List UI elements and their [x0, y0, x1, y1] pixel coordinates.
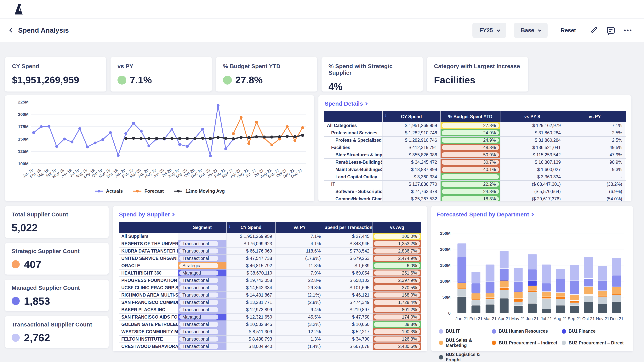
reset-button[interactable]: Reset — [561, 27, 576, 33]
table-row[interactable]: All Suppliers$ 1,951,269,9597.1%$ 27,445… — [119, 233, 421, 240]
count-value: 1,853 — [12, 295, 102, 307]
table-row[interactable]: Profess & Specialized Svcs$ 1,282,910,74… — [324, 137, 626, 144]
back-icon[interactable] — [10, 28, 14, 33]
spend-details-link[interactable]: Spend Details — [324, 100, 626, 107]
table-row[interactable]: SAN FRANCISCO AIDS FOU...Managed$ 12,321… — [119, 314, 421, 321]
edit-pencil-icon[interactable] — [589, 26, 598, 35]
table-row[interactable]: Facilities$ 412,319,79148.8%$ 136,521,04… — [324, 144, 626, 151]
spend-by-supplier-table: Segment↓CY Spendvs PYSpend per Transacti… — [119, 222, 421, 350]
legend-item[interactable]: BU1 Human Resources — [492, 329, 562, 334]
kpi-card[interactable]: vs PY7.1% — [110, 57, 212, 91]
svg-text:Dec 21: Dec 21 — [610, 316, 624, 321]
legend-item[interactable]: BU1 Sales & Marketing — [439, 338, 492, 348]
legend-marker-icon — [439, 329, 443, 334]
table-row[interactable]: Maint Svcs-Building&Struct...$ 18,887,89… — [324, 166, 626, 173]
column-header[interactable]: vs PY $ — [500, 111, 564, 122]
forecast-stacked-bar-chart[interactable]: 050M100M150M200M250MJan 21Feb 21Mar 21Ap… — [436, 222, 626, 324]
legend-item[interactable]: 12mo Moving Avg — [174, 188, 225, 194]
kpi-pill: 24.9% — [440, 137, 500, 144]
chevron-down-icon — [496, 28, 500, 32]
table-row[interactable]: PROGRESS FOUNDATIONTransactional$ 19,743… — [119, 277, 421, 284]
table-row[interactable]: WESTSIDE COMMUNITY ME...Transactional$ 8… — [119, 328, 421, 336]
kpi-card[interactable]: CY Spend$1,951,269,959 — [5, 57, 106, 91]
period-selector[interactable]: FY25 — [472, 23, 506, 38]
segment-pill-label: Transactional — [179, 337, 218, 342]
sort-desc-icon[interactable]: ↓ — [384, 112, 387, 118]
kpi-value-text: 4% — [328, 81, 342, 92]
column-header-empty[interactable] — [324, 111, 382, 122]
table-row[interactable]: CRESTWOOD BEHAVIORAL ...Transactional$ 8… — [119, 343, 421, 350]
status-dot — [118, 76, 126, 84]
comment-icon[interactable] — [606, 26, 616, 35]
supplier-count-card[interactable]: Managed Supplier Count1,853 — [5, 280, 108, 311]
kpi-card[interactable]: Category with Largest IncreaseFacilities — [427, 57, 528, 91]
table-row[interactable]: UNITED SERVICE ORGANIZA...Transactional$… — [119, 255, 421, 262]
table-row[interactable]: REGENTS OF THE UNIVERSI...Transactional$… — [119, 240, 421, 248]
table-row[interactable]: IT$ 127,836,77022.2%($ 63,447,301)(33.2%… — [324, 181, 626, 188]
column-header[interactable]: Spend per Transaction — [324, 222, 372, 233]
table-row[interactable]: FELTON INSTITUTETransactional$ 8,488,793… — [119, 336, 421, 343]
supplier-count-card[interactable]: Strategic Supplier Count407 — [5, 243, 108, 275]
sort-desc-icon[interactable]: ↓ — [228, 223, 231, 229]
legend-item[interactable]: BU1 IT — [439, 329, 492, 334]
table-row[interactable]: Software - Subscription$ 74,763,37824.3%… — [324, 188, 626, 195]
column-header[interactable]: % Budget Spent YTD — [440, 111, 500, 122]
table-row[interactable]: Professional Services$ 1,282,910,74624.9… — [324, 129, 626, 137]
segment-pill-label: Transactional — [179, 241, 218, 246]
column-header[interactable]: vs PY — [564, 111, 625, 122]
table-row[interactable]: KUBRA DATA TRANSFER LTDTransactional$ 66… — [119, 248, 421, 255]
table-row[interactable]: All Categories$ 1,951,269,95927.8%$ 129,… — [324, 122, 626, 129]
column-header[interactable]: vs Avg — [372, 222, 421, 233]
table-row[interactable]: Rent&Lease-Building&Struc...$ 34,245,472… — [324, 159, 626, 166]
column-header-empty[interactable] — [119, 222, 178, 233]
supplier-name-cell: GOLDEN GATE PETROLEUM — [119, 321, 178, 328]
column-header[interactable]: ↓CY Spend — [226, 222, 275, 233]
count-label: Total Supplier Count — [12, 211, 102, 218]
svg-text:Apr 21: Apr 21 — [498, 316, 510, 321]
table-row[interactable]: Comms/Network Charges$ 25,267,53218.3%($… — [324, 195, 626, 201]
table-row[interactable]: Land Capital Outlay$ 3,360,334·$ 3,360,3… — [324, 173, 626, 181]
column-header[interactable]: vs PY — [275, 222, 324, 233]
table-row[interactable]: BAKER PLACES INCTransactional$ 12,973,89… — [119, 306, 421, 314]
vs-py-cell: 1.3% — [275, 336, 324, 343]
budget-spent-cell: 30.7% — [440, 159, 500, 166]
legend-item[interactable]: BU1 Finance — [562, 329, 626, 334]
table-row[interactable]: SAN FRANCISCO COMMUNI...Transactional$ 1… — [119, 299, 421, 306]
legend-item[interactable]: Actuals — [94, 188, 123, 194]
supplier-name-cell: PROGRESS FOUNDATION — [119, 277, 178, 284]
svg-text:200M: 200M — [18, 112, 28, 117]
spend-trend-line-chart[interactable]: 100M125M150M175M200M225MJan 19Feb 19Mar … — [10, 99, 308, 186]
cy-spend-cell: $ 176,099,923 — [226, 240, 275, 247]
table-row[interactable]: ORACLEStrategic$ 46,815,79211.8%$ 1,6396… — [119, 262, 421, 270]
anaplan-logo-icon[interactable] — [12, 4, 24, 14]
segment-pill: Managed — [178, 314, 226, 321]
legend-item[interactable]: BU1 Procurement – Indirect — [492, 338, 562, 348]
forecast-by-department-link[interactable]: Forecasted Spend by Department — [437, 211, 628, 218]
vs-avg-cell: 38.8% — [372, 321, 421, 328]
supplier-count-card[interactable]: Transactional Supplier Count2,762 — [5, 316, 108, 348]
segment-pill: Transactional — [178, 306, 226, 313]
table-row[interactable]: RICHMOND AREA MULTI-SE...Transactional$ … — [119, 292, 421, 299]
legend-item[interactable]: BU2 Procurement – Direct — [562, 338, 626, 348]
kpi-card[interactable]: % Budget Spent YTD27.8% — [216, 57, 317, 91]
column-header[interactable]: Segment — [178, 222, 226, 233]
page-header: Spend Analysis FY25 Base Reset — [0, 18, 644, 42]
version-selector[interactable]: Base — [514, 23, 548, 38]
cy-spend-cell: $ 38,670,110 — [226, 270, 275, 277]
spend-per-transaction-cell: $ 778,542 — [324, 248, 372, 255]
spend-by-supplier-link[interactable]: Spend by Supplier — [119, 211, 421, 218]
table-row[interactable]: GOLDEN GATE PETROLEUMTransactional$ 10,5… — [119, 321, 421, 328]
supplier-count-card[interactable]: Total Supplier Count5,022 — [5, 206, 108, 238]
vs-py-cell: (54.0%) — [564, 195, 625, 201]
column-header[interactable]: ↓CY Spend — [382, 111, 440, 122]
table-row[interactable]: Blds;Structures & Improve...$ 355,826,08… — [324, 151, 626, 159]
legend-item[interactable]: Forecast — [133, 188, 164, 194]
segment-cell — [178, 233, 226, 240]
svg-text:200M: 200M — [440, 247, 450, 252]
more-options-icon[interactable] — [623, 26, 632, 35]
legend-item[interactable]: BU2 Logistics & Freight — [439, 352, 492, 362]
table-row[interactable]: UCSF CLINIC PRAC GRP SFG...Transactional… — [119, 284, 421, 292]
kpi-card[interactable]: % Spend with Strategic Supplier4% — [322, 57, 423, 91]
table-row[interactable]: HEALTHRIGHT 360Managed$ 38,670,1107.9%$ … — [119, 270, 421, 277]
segment-cell: Transactional — [178, 292, 226, 299]
